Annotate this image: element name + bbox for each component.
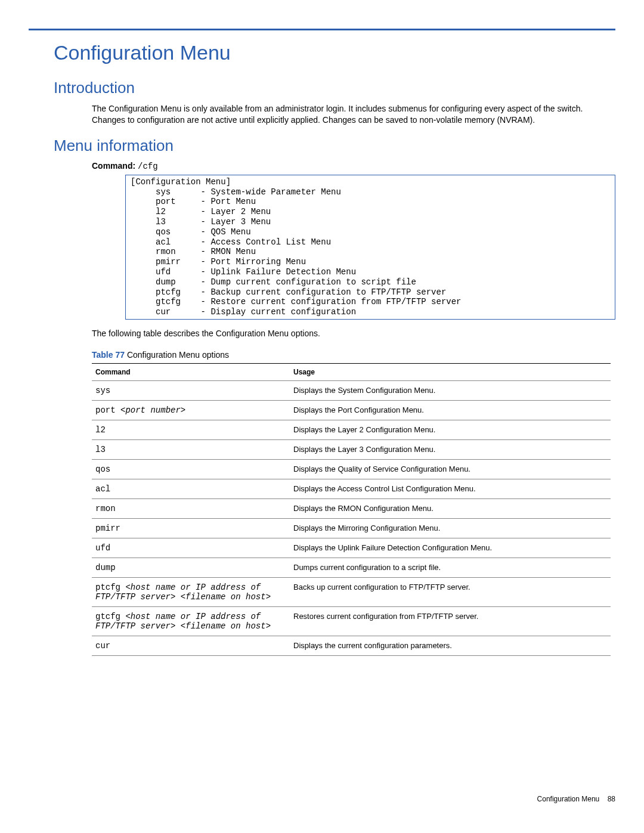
cell-usage: Displays the Layer 3 Configuration Menu. — [290, 439, 611, 459]
cell-usage: Displays the Uplink Failure Detection Co… — [290, 538, 611, 558]
table-caption: Table 77 Configuration Menu options — [54, 350, 615, 360]
cell-command: cur — [92, 636, 290, 655]
table-row: rmonDisplays the RMON Configuration Menu… — [92, 498, 611, 518]
cell-command: rmon — [92, 498, 290, 518]
page-footer: Configuration Menu 88 — [537, 795, 615, 803]
cell-command: pmirr — [92, 518, 290, 538]
table-row: ptcfg <host name or IP address of FTP/TF… — [92, 577, 611, 606]
cell-usage: Displays the Layer 2 Configuration Menu. — [290, 420, 611, 439]
cmd-text: qos — [95, 465, 110, 474]
cmd-text: ptcfg — [95, 583, 125, 592]
cmd-text: sys — [95, 386, 110, 395]
table-row: sysDisplays the System Configuration Men… — [92, 380, 611, 400]
table-row: aclDisplays the Access Control List Conf… — [92, 479, 611, 498]
cmd-text: l2 — [95, 425, 106, 435]
cell-usage: Displays the Port Configuration Menu. — [290, 400, 611, 420]
config-options-table: Command Usage sysDisplays the System Con… — [92, 363, 611, 656]
top-rule — [29, 29, 615, 30]
cell-usage: Displays the RMON Configuration Menu. — [290, 498, 611, 518]
table-row: l3Displays the Layer 3 Configuration Men… — [92, 439, 611, 459]
cell-usage: Dumps current configuration to a script … — [290, 558, 611, 577]
cmd-text: gtcfg — [95, 612, 125, 621]
cell-command: l2 — [92, 420, 290, 439]
followup-text: The following table describes the Config… — [54, 328, 615, 339]
table-header-row: Command Usage — [92, 363, 611, 380]
footer-page-number: 88 — [608, 795, 615, 803]
command-line: Command: /cfg — [54, 161, 615, 171]
table-caption-text: Configuration Menu options — [125, 350, 229, 360]
table-row: qosDisplays the Quality of Service Confi… — [92, 459, 611, 479]
cell-command: l3 — [92, 439, 290, 459]
cell-usage: Displays the System Configuration Menu. — [290, 380, 611, 400]
cell-command: ufd — [92, 538, 290, 558]
table-row: port <port number>Displays the Port Conf… — [92, 400, 611, 420]
table-row: l2Displays the Layer 2 Configuration Men… — [92, 420, 611, 439]
page-title: Configuration Menu — [54, 41, 615, 64]
cell-command: gtcfg <host name or IP address of FTP/TF… — [92, 606, 290, 636]
table-row: ufdDisplays the Uplink Failure Detection… — [92, 538, 611, 558]
cell-usage: Restores current configuration from FTP/… — [290, 606, 611, 636]
cell-usage: Displays the current configuration param… — [290, 636, 611, 655]
cmd-text: pmirr — [95, 524, 120, 533]
th-usage: Usage — [290, 363, 611, 380]
cell-command: qos — [92, 459, 290, 479]
cell-usage: Displays the Access Control List Configu… — [290, 479, 611, 498]
intro-body: The Configuration Menu is only available… — [54, 103, 615, 126]
page-container: Configuration Menu Introduction The Conf… — [0, 0, 644, 833]
content: Configuration Menu Introduction The Conf… — [29, 41, 615, 656]
cell-usage: Displays the Quality of Service Configur… — [290, 459, 611, 479]
cmd-text: port — [95, 405, 120, 415]
th-command: Command — [92, 363, 290, 380]
cmd-text: l3 — [95, 445, 106, 454]
command-label: Command: — [92, 161, 135, 171]
section-intro-heading: Introduction — [54, 79, 615, 97]
config-menu-codebox: [Configuration Menu] sys - System-wide P… — [125, 175, 615, 320]
table-row: gtcfg <host name or IP address of FTP/TF… — [92, 606, 611, 636]
command-value: /cfg — [138, 162, 158, 171]
cmd-text: ufd — [95, 543, 110, 553]
table-number: Table 77 — [92, 350, 125, 360]
cmd-arg: <port number> — [120, 405, 185, 415]
cmd-text: rmon — [95, 504, 116, 513]
cell-usage: Backs up current configuration to FTP/TF… — [290, 577, 611, 606]
cell-command: ptcfg <host name or IP address of FTP/TF… — [92, 577, 290, 606]
cell-command: sys — [92, 380, 290, 400]
cell-command: port <port number> — [92, 400, 290, 420]
table-row: curDisplays the current configuration pa… — [92, 636, 611, 655]
section-menuinfo-heading: Menu information — [54, 137, 615, 155]
cmd-text: dump — [95, 563, 116, 572]
table-row: dumpDumps current configuration to a scr… — [92, 558, 611, 577]
cmd-text: cur — [95, 641, 110, 651]
cell-usage: Displays the Mirroring Configuration Men… — [290, 518, 611, 538]
cell-command: acl — [92, 479, 290, 498]
table-row: pmirrDisplays the Mirroring Configuratio… — [92, 518, 611, 538]
cmd-text: acl — [95, 484, 110, 494]
footer-text: Configuration Menu — [537, 795, 600, 803]
cell-command: dump — [92, 558, 290, 577]
